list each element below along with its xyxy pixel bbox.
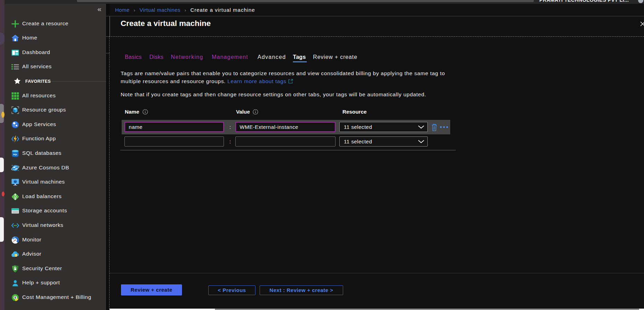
svg-text:SQL: SQL: [13, 153, 18, 156]
svg-text:$: $: [14, 295, 16, 299]
